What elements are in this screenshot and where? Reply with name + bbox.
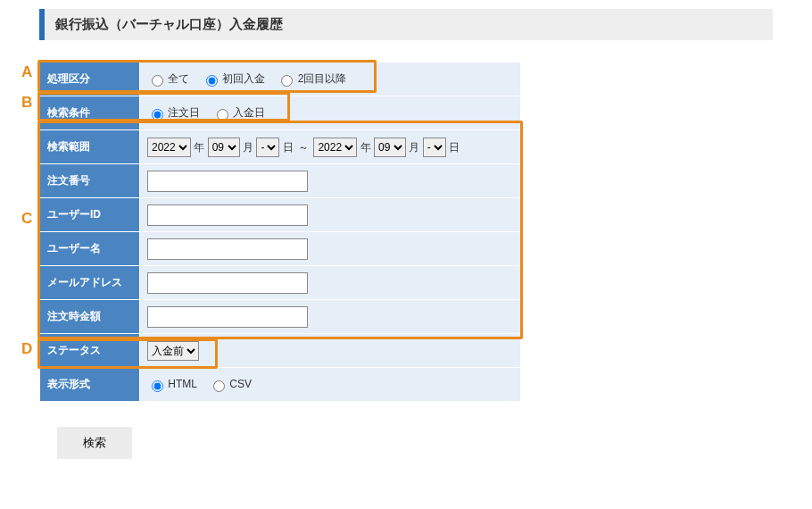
order-amount-input[interactable] [147, 306, 308, 328]
annotation-letter-c: C [21, 210, 32, 228]
range-start-year[interactable]: 2022 [147, 138, 191, 157]
range-end-year[interactable]: 2022 [313, 138, 357, 157]
search-condition-option-payment-date[interactable]: 入金日 [212, 106, 265, 119]
range-start-month[interactable]: 09 [208, 138, 240, 157]
label-display-format: 表示形式 [47, 378, 90, 390]
row-order-amount: 注文時金額 [40, 300, 521, 334]
search-form-table: 処理区分 全て 初回入金 2回目以降 [39, 62, 521, 402]
search-condition-option-order-date[interactable]: 注文日 [147, 106, 203, 119]
row-display-format: 表示形式 HTML CSV [40, 368, 521, 402]
annotation-letter-a: A [21, 63, 32, 81]
label-order-amount: 注文時金額 [47, 310, 101, 322]
label-user-name: ユーザー名 [47, 242, 101, 254]
processing-type-option-all[interactable]: 全て [147, 72, 193, 85]
unit-month: 月 [243, 141, 253, 154]
row-user-id: ユーザーID [40, 198, 521, 232]
row-status: ステータス 入金前 [40, 334, 521, 368]
user-name-input[interactable] [147, 238, 308, 260]
label-email: メールアドレス [47, 276, 122, 288]
range-start-day[interactable]: - [256, 138, 279, 157]
unit-month: 月 [409, 141, 419, 154]
label-processing-type: 処理区分 [47, 72, 90, 85]
row-email: メールアドレス [40, 266, 521, 300]
label-search-range: 検索範囲 [47, 140, 90, 153]
annotation-letter-b: B [21, 94, 32, 112]
processing-type-option-second[interactable]: 2回目以降 [277, 72, 346, 85]
range-end-month[interactable]: 09 [374, 138, 406, 157]
search-button[interactable]: 検索 [57, 427, 132, 459]
label-search-condition: 検索条件 [47, 106, 90, 119]
row-user-name: ユーザー名 [40, 232, 521, 266]
unit-year: 年 [360, 141, 371, 154]
page-title: 銀行振込（バーチャル口座）入金履歴 [39, 9, 773, 40]
label-order-no: 注文番号 [47, 174, 90, 187]
label-status: ステータス [47, 344, 101, 356]
user-id-input[interactable] [147, 204, 308, 226]
display-format-option-csv[interactable]: CSV [209, 378, 252, 390]
status-select[interactable]: 入金前 [147, 341, 199, 361]
email-input[interactable] [147, 272, 308, 294]
unit-year: 年 [194, 141, 204, 154]
unit-day: 日 [449, 141, 460, 154]
unit-day: 日 [283, 141, 294, 154]
row-search-range: 検索範囲 2022 年 09 月 - 日 ～ 2022 年 09 月 - 日 [40, 130, 521, 164]
row-order-no: 注文番号 [40, 164, 521, 198]
annotation-letter-d: D [21, 340, 32, 358]
range-end-day[interactable]: - [423, 138, 446, 157]
processing-type-option-first[interactable]: 初回入金 [202, 72, 269, 85]
label-user-id: ユーザーID [47, 208, 101, 221]
display-format-option-html[interactable]: HTML [147, 378, 200, 390]
order-no-input[interactable] [147, 171, 308, 192]
row-search-condition: 検索条件 注文日 入金日 [40, 96, 521, 130]
page-title-text: 銀行振込（バーチャル口座）入金履歴 [55, 16, 283, 31]
range-separator: ～ [298, 141, 309, 154]
row-processing-type: 処理区分 全て 初回入金 2回目以降 [40, 63, 521, 96]
